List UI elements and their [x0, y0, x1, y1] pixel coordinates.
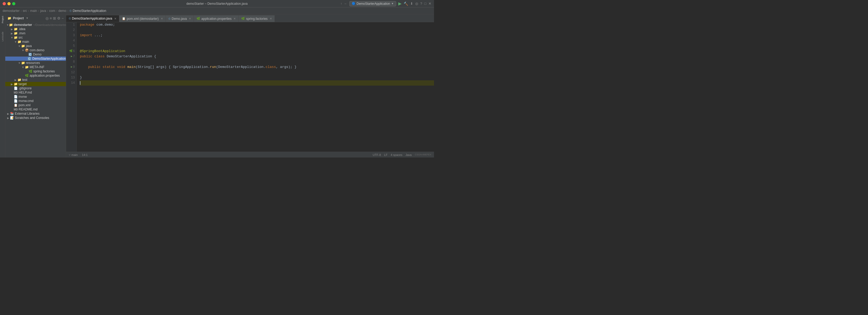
breadcrumb-src[interactable]: src: [23, 9, 27, 13]
tab-demo-java[interactable]: © Demo.java ✕: [166, 15, 194, 22]
build-button[interactable]: 🔨: [404, 2, 408, 6]
gear-icon[interactable]: ⚙: [57, 16, 61, 20]
breadcrumb-main[interactable]: main: [30, 9, 37, 13]
tree-item-demostarterapplication[interactable]: ▶ C DemoStarterApplication: [5, 57, 66, 61]
locate-file-icon[interactable]: ◎: [45, 16, 49, 20]
expand-all-icon[interactable]: ⊞: [53, 16, 56, 20]
tab-close-dsa[interactable]: ✕: [114, 17, 116, 20]
tree-item-application-properties[interactable]: ▶ 🌿 application.properties: [5, 73, 66, 78]
line-num-4: 4: [66, 38, 75, 43]
tree-item-src[interactable]: ▼ 📁 src: [5, 35, 66, 40]
hide-panel-icon[interactable]: −: [62, 16, 64, 20]
tree-item-meta-inf[interactable]: ▼ 📁 META-INF: [5, 65, 66, 69]
tab-label-demostarterapplication: DemoStarterApplication.java: [72, 16, 112, 20]
tab-pom-xml[interactable]: 📋 pom.xml (demostarter) ✕: [119, 15, 166, 22]
tree-item-main[interactable]: ▼ 📁 main: [5, 40, 66, 44]
tree-item-idea[interactable]: ▶ 📁 .idea: [5, 27, 66, 31]
editor-area: © DemoStarterApplication.java ✕ 📋 pom.xm…: [66, 14, 434, 158]
folder-icon-demostarter: 📁: [9, 23, 13, 27]
tab-close-demo[interactable]: ✕: [189, 17, 191, 20]
run-gutter-icon-9[interactable]: ▶: [71, 65, 72, 70]
status-encoding[interactable]: UTF-8: [373, 153, 381, 156]
breadcrumb: demostarter › src › main › java › com › …: [0, 7, 434, 14]
debug-button[interactable]: ⬇: [410, 2, 413, 5]
tree-label-main: main: [22, 40, 29, 44]
help-button[interactable]: ?: [420, 2, 422, 5]
tree-label-mvnw-cmd: mvnw.cmd: [19, 99, 34, 103]
tab-close-props[interactable]: ✕: [234, 17, 236, 20]
tree-item-spring-factories[interactable]: ▶ 🌿 spring.factories: [5, 69, 66, 73]
tree-item-readme-md[interactable]: ▶ MD README.md: [5, 107, 66, 111]
tab-xml-icon-pom: 📋: [122, 17, 126, 20]
toolbar-right: ↑ ← 🔵 DemoStarterApplication ▼ ▶ 🔨 ⬇ ◎ ?…: [340, 1, 431, 6]
status-indent[interactable]: 4 spaces: [391, 153, 402, 156]
breadcrumb-classname[interactable]: DemoStarterApplication: [73, 9, 106, 13]
status-branch[interactable]: ⑂ main: [69, 153, 78, 156]
lectcode-tool-tab[interactable]: Lectcode: [1, 30, 5, 43]
maximize-button[interactable]: [12, 2, 16, 5]
left-tool-stripe: Project Lectcode: [0, 14, 5, 158]
run-config-selector[interactable]: 🔵 DemoStarterApplication ▼: [349, 1, 396, 6]
folder-icon-meta-inf: 📁: [25, 65, 29, 69]
file-icon-mvnw: 📄: [14, 95, 18, 99]
tree-item-target[interactable]: ▶ 📁 target: [5, 82, 66, 86]
project-dropdown-icon[interactable]: ▼: [26, 16, 29, 20]
run-config-label: DemoStarterApplication: [356, 2, 390, 5]
run-button[interactable]: ▶: [398, 1, 401, 6]
project-tool-tab[interactable]: Project: [1, 14, 5, 25]
close-button[interactable]: [3, 2, 6, 5]
folder-icon-target: 📁: [14, 82, 18, 86]
tree-item-scratches-consoles[interactable]: ▶ 📝 Scratches and Consoles: [5, 116, 66, 120]
code-line-13: }: [80, 75, 434, 80]
run-config-dropdown-icon[interactable]: ▼: [391, 2, 394, 5]
line-num-13: 13: [66, 75, 75, 80]
status-language[interactable]: Java: [405, 153, 411, 156]
window-title: demoStarter – DemoStarterApplication.jav…: [186, 2, 248, 5]
tree-label-idea: .idea: [19, 27, 25, 31]
breadcrumb-demo[interactable]: demo: [58, 9, 66, 13]
spring-gutter-icon-6[interactable]: 🌿: [69, 48, 72, 54]
code-area[interactable]: package com.demo; import ...; @SpringBoo…: [77, 22, 434, 152]
layout-button[interactable]: □: [424, 2, 426, 5]
run-gutter-icon-7[interactable]: ▶: [71, 54, 72, 59]
tree-item-mvnw[interactable]: ▶ 📄 mvnw: [5, 95, 66, 99]
tree-item-mvnw-cmd[interactable]: ▶ 📄 mvnw.cmd: [5, 99, 66, 103]
minimize-button[interactable]: [7, 2, 10, 5]
tree-item-resources[interactable]: ▼ 📁 resources: [5, 61, 66, 65]
breadcrumb-demostarter[interactable]: demostarter: [3, 9, 20, 13]
coverage-button[interactable]: ◎: [415, 2, 418, 5]
line-num-12: 12: [66, 70, 75, 75]
status-git-branch: main: [71, 153, 78, 156]
back-icon[interactable]: ←: [344, 2, 347, 5]
tree-item-java[interactable]: ▼ 📁 java: [5, 44, 66, 48]
tree-item-help-md[interactable]: ▶ MD HELP.md: [5, 91, 66, 95]
tree-item-demo-class[interactable]: ▶ C Demo: [5, 52, 66, 57]
git-update-icon[interactable]: ↑: [340, 2, 342, 5]
md-icon-readme: MD: [14, 108, 18, 111]
tab-close-spring[interactable]: ✕: [270, 17, 272, 20]
tree-item-pom-xml[interactable]: ▶ 📋 pom.xml: [5, 103, 66, 107]
tree-item-mvn[interactable]: ▶ 📁 .mvn: [5, 31, 66, 35]
tab-spring-factories[interactable]: 🌿 spring.factories ✕: [239, 15, 275, 22]
tab-demostarterapplication[interactable]: © DemoStarterApplication.java ✕: [66, 15, 119, 22]
code-line-5: [80, 43, 434, 48]
breadcrumb-java[interactable]: java: [40, 9, 46, 13]
settings-button[interactable]: ✕: [429, 2, 431, 5]
tree-item-test[interactable]: ▶ 📁 test: [5, 78, 66, 82]
editor-cursor: [80, 81, 81, 85]
tree-item-gitignore[interactable]: ▶ 📄 .gitignore: [5, 86, 66, 91]
tree-item-com-demo[interactable]: ▼ 📦 com.demo: [5, 48, 66, 52]
collapse-all-icon[interactable]: ≡: [50, 16, 52, 20]
project-panel-icon: 📁: [7, 16, 11, 20]
project-panel-header: 📁 Project ▼ ◎ ≡ ⊞ ⚙ −: [5, 14, 66, 22]
tree-item-external-libraries[interactable]: ▶ 📚 External Libraries: [5, 111, 66, 116]
tree-label-gitignore: .gitignore: [19, 86, 31, 90]
tree-item-demostarter[interactable]: ▼ 📁 demostarter ~/Downloads/demostarter: [5, 23, 66, 27]
breadcrumb-com[interactable]: com: [49, 9, 55, 13]
line-num-3: 3: [66, 33, 75, 38]
line-num-6: 🌿 6: [66, 48, 75, 54]
tab-close-pom[interactable]: ✕: [161, 17, 163, 20]
status-line-ending[interactable]: LF: [384, 153, 388, 156]
tab-application-properties[interactable]: 🌿 application.properties ✕: [194, 15, 239, 22]
editor-content[interactable]: 1 2 3 4 5 🌿 6 ▶ 7 8 ▶ 9 12 13: [66, 22, 434, 152]
